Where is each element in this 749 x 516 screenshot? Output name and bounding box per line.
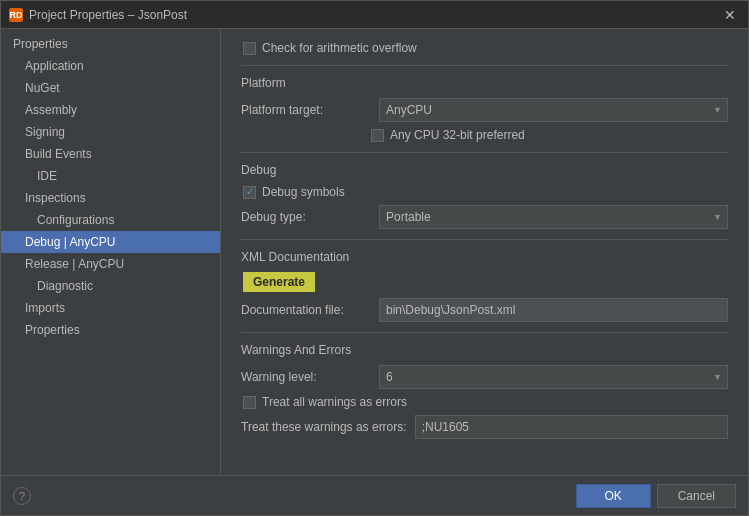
debug-section-header: Debug bbox=[241, 163, 728, 177]
help-button[interactable]: ? bbox=[13, 487, 31, 505]
treat-these-row: Treat these warnings as errors: bbox=[241, 415, 728, 439]
sidebar-item-build-events[interactable]: Build Events bbox=[1, 143, 220, 165]
doc-file-input[interactable] bbox=[379, 298, 728, 322]
close-button[interactable]: ✕ bbox=[720, 7, 740, 23]
debug-type-dropdown[interactable]: Portable Embedded Full PdbOnly None bbox=[379, 205, 728, 229]
window-title: Project Properties – JsonPost bbox=[29, 8, 187, 22]
debug-type-row: Debug type: Portable Embedded Full PdbOn… bbox=[241, 205, 728, 229]
sidebar-item-debug-anycpu[interactable]: Debug | AnyCPU bbox=[1, 231, 220, 253]
main-panel: Check for arithmetic overflow Platform P… bbox=[221, 29, 748, 475]
debug-symbols-checkbox[interactable] bbox=[243, 186, 256, 199]
warnings-section: Warnings And Errors Warning level: 0123 … bbox=[241, 343, 728, 439]
platform-target-dropdown-wrapper: AnyCPU x86 x64 Any CPU bbox=[379, 98, 728, 122]
platform-target-row: Platform target: AnyCPU x86 x64 Any CPU bbox=[241, 98, 728, 122]
cpu32-label: Any CPU 32-bit preferred bbox=[390, 128, 525, 142]
title-bar-left: RD Project Properties – JsonPost bbox=[9, 8, 187, 22]
warnings-section-header: Warnings And Errors bbox=[241, 343, 728, 357]
sidebar-item-signing[interactable]: Signing bbox=[1, 121, 220, 143]
platform-section: Platform Platform target: AnyCPU x86 x64… bbox=[241, 76, 728, 142]
debug-symbols-row: Debug symbols bbox=[241, 185, 728, 199]
sidebar: Properties Application NuGet Assembly Si… bbox=[1, 29, 221, 475]
warning-level-row: Warning level: 0123 456 789 bbox=[241, 365, 728, 389]
app-icon: RD bbox=[9, 8, 23, 22]
dialog-buttons: OK Cancel bbox=[576, 484, 736, 508]
sidebar-item-inspections[interactable]: Inspections bbox=[1, 187, 220, 209]
debug-symbols-label: Debug symbols bbox=[262, 185, 345, 199]
generate-row: Generate bbox=[241, 272, 728, 292]
platform-target-label: Platform target: bbox=[241, 103, 371, 117]
sidebar-item-assembly[interactable]: Assembly bbox=[1, 99, 220, 121]
divider-3 bbox=[241, 239, 728, 240]
xml-doc-section-header: XML Documentation bbox=[241, 250, 728, 264]
doc-file-label: Documentation file: bbox=[241, 303, 371, 317]
treat-these-label: Treat these warnings as errors: bbox=[241, 420, 407, 434]
title-bar: RD Project Properties – JsonPost ✕ bbox=[1, 1, 748, 29]
check-arithmetic-label: Check for arithmetic overflow bbox=[262, 41, 417, 55]
cpu32-row: Any CPU 32-bit preferred bbox=[241, 128, 728, 142]
platform-section-header: Platform bbox=[241, 76, 728, 90]
check-arithmetic-checkbox[interactable] bbox=[243, 42, 256, 55]
cancel-button[interactable]: Cancel bbox=[657, 484, 736, 508]
sidebar-item-diagnostic[interactable]: Diagnostic bbox=[1, 275, 220, 297]
divider-4 bbox=[241, 332, 728, 333]
platform-target-dropdown[interactable]: AnyCPU x86 x64 Any CPU bbox=[379, 98, 728, 122]
warning-level-dropdown-wrapper: 0123 456 789 bbox=[379, 365, 728, 389]
treat-all-row: Treat all warnings as errors bbox=[241, 395, 728, 409]
warning-level-dropdown[interactable]: 0123 456 789 bbox=[379, 365, 728, 389]
divider-1 bbox=[241, 65, 728, 66]
warning-level-label: Warning level: bbox=[241, 370, 371, 384]
debug-section: Debug Debug symbols Debug type: Portable… bbox=[241, 163, 728, 229]
main-content: Properties Application NuGet Assembly Si… bbox=[1, 29, 748, 475]
cpu32-checkbox[interactable] bbox=[371, 129, 384, 142]
check-arithmetic-row: Check for arithmetic overflow bbox=[241, 41, 728, 55]
treat-these-input[interactable] bbox=[415, 415, 728, 439]
generate-button[interactable]: Generate bbox=[243, 272, 315, 292]
ok-button[interactable]: OK bbox=[576, 484, 651, 508]
xml-doc-section: XML Documentation Generate Documentation… bbox=[241, 250, 728, 322]
sidebar-item-application[interactable]: Application bbox=[1, 55, 220, 77]
debug-type-dropdown-wrapper: Portable Embedded Full PdbOnly None bbox=[379, 205, 728, 229]
debug-type-label: Debug type: bbox=[241, 210, 371, 224]
sidebar-item-properties[interactable]: Properties bbox=[1, 33, 220, 55]
project-properties-window: RD Project Properties – JsonPost ✕ Prope… bbox=[0, 0, 749, 516]
doc-file-row: Documentation file: bbox=[241, 298, 728, 322]
treat-all-label: Treat all warnings as errors bbox=[262, 395, 407, 409]
treat-all-checkbox[interactable] bbox=[243, 396, 256, 409]
sidebar-item-configurations[interactable]: Configurations bbox=[1, 209, 220, 231]
divider-2 bbox=[241, 152, 728, 153]
sidebar-item-nuget[interactable]: NuGet bbox=[1, 77, 220, 99]
bottom-bar: ? OK Cancel bbox=[1, 475, 748, 515]
sidebar-item-properties2[interactable]: Properties bbox=[1, 319, 220, 341]
sidebar-item-release-anycpu[interactable]: Release | AnyCPU bbox=[1, 253, 220, 275]
sidebar-item-imports[interactable]: Imports bbox=[1, 297, 220, 319]
sidebar-item-ide[interactable]: IDE bbox=[1, 165, 220, 187]
